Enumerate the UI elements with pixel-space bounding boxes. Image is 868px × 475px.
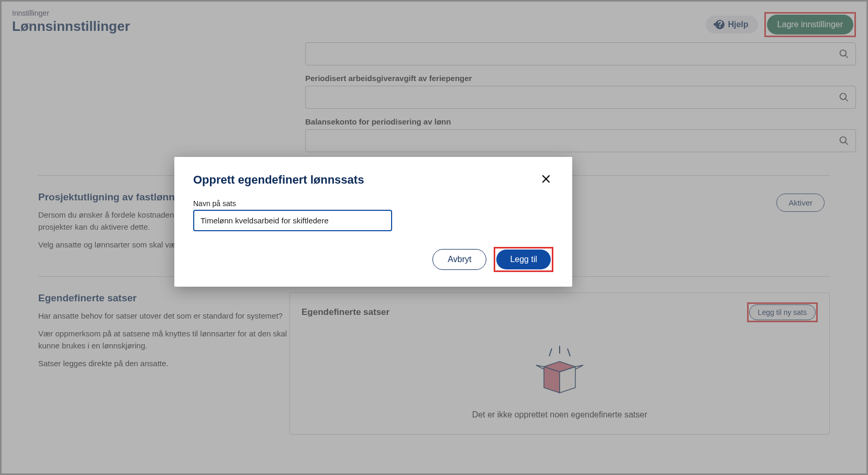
- add-button[interactable]: Legg til: [496, 250, 551, 269]
- close-icon: [541, 174, 551, 184]
- modal-input-label: Navn på sats: [193, 199, 553, 208]
- create-rate-modal: Opprett egendefinert lønnssats Navn på s…: [174, 157, 572, 287]
- rate-name-input[interactable]: [193, 210, 392, 231]
- close-modal-button[interactable]: [539, 172, 553, 188]
- add-button-highlight: Legg til: [494, 247, 553, 272]
- modal-title: Opprett egendefinert lønnssats: [193, 173, 364, 187]
- cancel-button[interactable]: Avbryt: [432, 249, 486, 270]
